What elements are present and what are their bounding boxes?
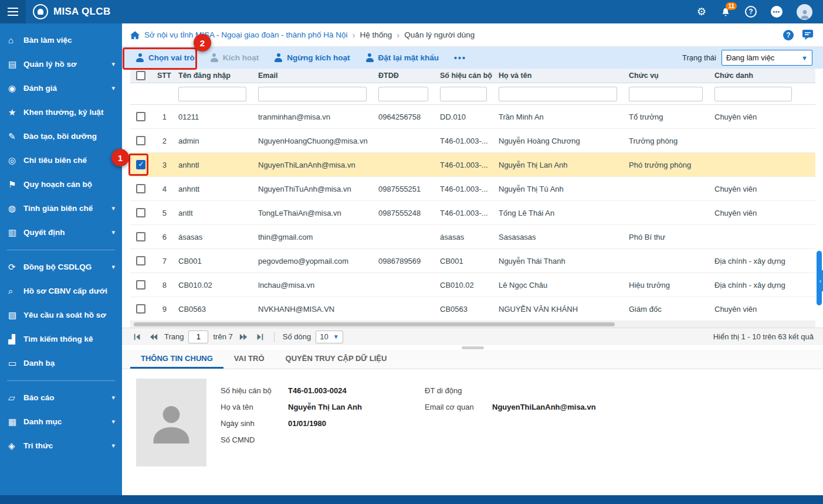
avatar[interactable]	[797, 4, 812, 20]
breadcrumb-item-user-management[interactable]: Quản lý người dùng	[404, 30, 475, 39]
cell-username: CB010.02	[172, 281, 252, 290]
sidebar-item-1[interactable]: ▤Quản lý hồ sơ▾	[0, 52, 122, 76]
sidebar-item-12[interactable]: ▟Tìm kiếm thống kê	[0, 327, 122, 351]
table-row[interactable]: 8CB010.02lnchau@misa.vnCB010.02Lê Ngọc C…	[130, 273, 815, 297]
cell-email: pegovdemo@yopmail.com	[252, 257, 372, 265]
table-row[interactable]: 7CB001pegovdemo@yopmail.com0986789569CB0…	[130, 249, 815, 273]
sidebar-item-4[interactable]: ✎Đào tạo, bồi dưỡng	[0, 124, 122, 148]
prev-page-button[interactable]	[148, 331, 160, 343]
column-header-username[interactable]: Tên đăng nhập	[172, 71, 252, 80]
sidebar-item-label: Hồ sơ CBNV cấp dưới	[23, 287, 107, 295]
filter-input-name[interactable]	[499, 87, 617, 101]
sidebar-item-7[interactable]: ◍Tinh giản biên chế▾	[0, 196, 122, 220]
sidebar-item-6[interactable]: ⚑Quy hoạch cán bộ	[0, 172, 122, 196]
table-row[interactable]: 6ásasasthin@gmail.comásasasSasasasasPhó …	[130, 225, 815, 249]
horizontal-scrollbar-thumb[interactable]	[134, 322, 615, 326]
table-row[interactable]: 2adminNguyenHoangChuong@misa.vnT46-01.00…	[130, 129, 815, 153]
reset-password-button[interactable]: Đặt lại mật khẩu	[358, 47, 447, 69]
cell-phone: 0987555251	[372, 185, 434, 193]
filter-input-code[interactable]	[440, 87, 487, 101]
breadcrumb-root[interactable]: Sở nội vụ tỉnh MISA - Ngoại giao đoàn - …	[144, 30, 348, 39]
menu-toggle-icon[interactable]	[0, 0, 26, 23]
detail-field-value: 01/01/1980	[288, 419, 326, 428]
row-checkbox[interactable]	[136, 256, 145, 265]
sidebar-item-14[interactable]: ▱Báo cáo▾	[0, 386, 122, 410]
column-header-position[interactable]: Chức vụ	[623, 71, 709, 80]
table-row[interactable]: 9CB0563NVKHANH@MISA.VNCB0563NGUYỄN VĂN K…	[130, 297, 815, 321]
choose-role-button-label: Chọn vai trò	[148, 53, 195, 62]
tab-2[interactable]: QUYỀN TRUY CẬP DỮ LIỆU	[275, 350, 398, 369]
cell-stt: 6	[151, 233, 172, 241]
row-checkbox[interactable]	[136, 280, 145, 290]
settings-icon[interactable]: ⚙	[697, 5, 706, 18]
breadcrumb-item-system[interactable]: Hệ thống	[360, 30, 392, 39]
sidebar-item-5[interactable]: ◎Chỉ tiêu biên chế	[0, 148, 122, 172]
page-help-icon[interactable]: ?	[783, 30, 794, 40]
collapse-right-panel-icon[interactable]: ‹	[818, 270, 823, 291]
sidebar-item-0[interactable]: ⌂Bàn làm việc	[0, 28, 122, 52]
row-checkbox[interactable]	[136, 208, 145, 217]
column-header-phone[interactable]: ĐTDĐ	[372, 71, 434, 80]
last-page-button[interactable]	[254, 331, 266, 343]
row-checkbox[interactable]	[136, 232, 145, 241]
horizontal-scrollbar[interactable]	[130, 321, 815, 328]
column-header-title[interactable]: Chức danh	[709, 71, 798, 80]
row-checkbox[interactable]	[136, 184, 145, 193]
more-actions-button[interactable]: •••	[446, 47, 474, 69]
detail-field-value: Nguyễn Thị Lan Anh	[288, 403, 362, 411]
tab-0[interactable]: THÔNG TIN CHUNG	[130, 350, 223, 369]
row-checkbox[interactable]	[136, 112, 145, 121]
deactivate-button[interactable]: Ngừng kích hoạt	[266, 47, 357, 69]
cell-phone: 0986789569	[372, 257, 434, 265]
filter-input-phone[interactable]	[378, 87, 428, 101]
filter-input-email[interactable]	[258, 87, 367, 101]
sidebar-item-2[interactable]: ◉Đánh giá▾	[0, 76, 122, 100]
filter-input-username[interactable]	[178, 87, 246, 101]
detail-field-left-2: Ngày sinh01/01/1980	[221, 415, 425, 431]
first-page-button[interactable]	[131, 331, 143, 343]
contacts-icon: ▭	[8, 358, 23, 369]
rows-per-page-select[interactable]: 10 ▼	[316, 331, 343, 343]
column-header-email[interactable]: Email	[252, 71, 372, 80]
sidebar-item-8[interactable]: ▥Quyết định▾	[0, 220, 122, 244]
page-input[interactable]	[188, 331, 208, 343]
select-all-checkbox[interactable]	[136, 71, 145, 80]
choose-role-button[interactable]: Chọn vai trò	[128, 47, 202, 69]
sidebar-item-11[interactable]: ▧Yêu cầu rà soát hồ sơ	[0, 303, 122, 327]
detail-field-label: Email cơ quan	[425, 403, 492, 411]
sidebar-item-3[interactable]: ★Khen thưởng, kỷ luật	[0, 100, 122, 124]
table-row[interactable]: 3anhntlNguyenThiLanAnh@misa.vnT46-01.003…	[130, 153, 815, 177]
column-header-name[interactable]: Họ và tên	[493, 71, 623, 80]
table-row[interactable]: 4anhnttNguyenThiTuAnh@misa.vn0987555251T…	[130, 177, 815, 201]
column-header-code[interactable]: Số hiệu cán bộ	[434, 71, 493, 80]
feedback-chat-icon[interactable]	[802, 29, 814, 40]
cell-phone: 0964256758	[372, 113, 434, 121]
divider	[274, 332, 275, 342]
home-icon[interactable]	[130, 31, 140, 39]
sidebar-item-10[interactable]: ⌕Hồ sơ CBNV cấp dưới	[0, 279, 122, 303]
row-checkbox[interactable]	[136, 136, 145, 145]
tab-1[interactable]: VAI TRÒ	[223, 350, 275, 369]
cell-stt: 3	[151, 161, 172, 169]
table-row[interactable]: 101211tranminhan@misa.vn0964256758DD.010…	[130, 105, 815, 129]
filter-input-title[interactable]	[714, 87, 792, 101]
cell-name: Nguyễn Thị Tú Anh	[493, 185, 623, 193]
column-header-stt[interactable]: STT	[151, 71, 172, 80]
sidebar-item-9[interactable]: ⟳Đồng bộ CSDLQG▾	[0, 255, 122, 279]
panel-resize-handle[interactable]	[122, 345, 823, 350]
filter-input-position[interactable]	[629, 87, 703, 101]
next-page-button[interactable]	[238, 331, 249, 343]
cell-title: Địa chính - xây dựng	[709, 257, 798, 265]
row-checkbox[interactable]	[136, 160, 145, 169]
row-checkbox[interactable]	[136, 304, 145, 314]
help-icon[interactable]: ?	[745, 6, 757, 18]
activate-button[interactable]: Kích hoạt	[202, 47, 267, 69]
cell-position: Tổ trưởng	[623, 113, 709, 121]
notifications-icon[interactable]: 11	[720, 6, 731, 17]
more-icon[interactable]: ⋯	[771, 6, 783, 18]
sidebar-item-13[interactable]: ▭Danh bạ	[0, 351, 122, 375]
table-row[interactable]: 5antltTongLeThaiAn@misa.vn0987555248T46-…	[130, 201, 815, 225]
sidebar-item-15[interactable]: ▦Danh mục▾	[0, 410, 122, 434]
sidebar-item-16[interactable]: ◈Tri thức▾	[0, 434, 122, 458]
status-filter-select[interactable]: Đang làm việc ▼	[722, 50, 812, 66]
